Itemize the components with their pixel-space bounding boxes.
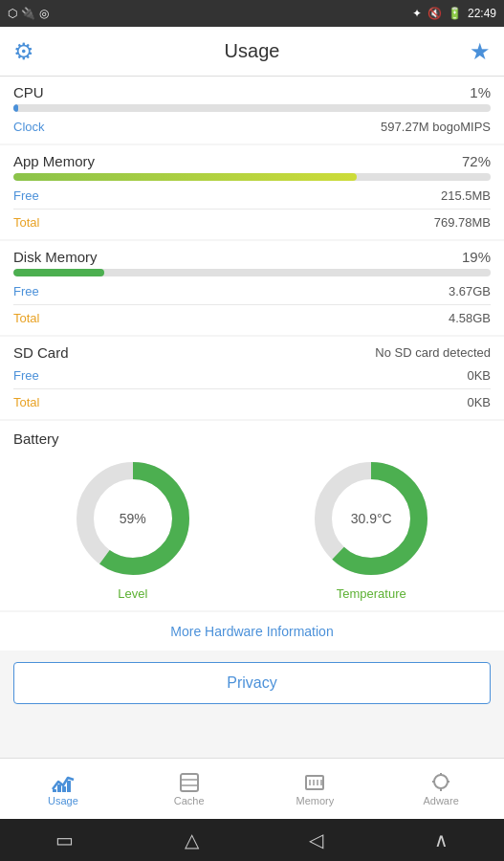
cpu-clock-value: 597.27M bogoMIPS (381, 120, 491, 134)
adware-icon (429, 772, 452, 793)
main-content: CPU 1% Clock 597.27M bogoMIPS App Memory… (0, 77, 504, 758)
disk-memory-section: Disk Memory 19% Free 3.67GB Total 4.58GB (0, 241, 504, 335)
sdcard-label: SD Card (13, 344, 69, 361)
app-memory-progress-fill (13, 173, 357, 181)
disk-memory-percent: 19% (462, 249, 491, 265)
cpu-clock-label: Clock (13, 120, 45, 134)
more-hardware-section: More Hardware Information (0, 612, 504, 651)
app-header: ⚙ Usage ★ (0, 27, 504, 77)
memory-icon (303, 772, 326, 793)
status-right-icons: ✦ 🔇 🔋 22:49 (412, 7, 496, 20)
battery-level-donut: 59% (71, 456, 195, 581)
divider (13, 388, 491, 389)
battery-temperature-value: 30.9°C (351, 511, 392, 526)
menu-button[interactable]: ∧ (434, 828, 449, 851)
cache-icon (178, 772, 201, 793)
disk-memory-total-row: Total 4.58GB (13, 309, 491, 327)
nav-label-memory: Memory (296, 795, 335, 806)
battery-level-chart: 59% Level (71, 456, 195, 601)
bluetooth-icon: ✦ (412, 7, 422, 20)
star-icon[interactable]: ★ (470, 38, 491, 65)
sdcard-total-value: 0KB (467, 395, 491, 409)
app-memory-percent: 72% (462, 153, 491, 169)
sdcard-free-row: Free 0KB (13, 366, 491, 385)
app-memory-progress-bg (13, 173, 491, 181)
disk-memory-progress-fill (13, 269, 104, 276)
disk-memory-free-value: 3.67GB (449, 284, 491, 298)
app-memory-free-value: 215.5MB (441, 188, 491, 203)
cpu-progress-fill (13, 104, 18, 112)
recent-apps-button[interactable]: ▭ (55, 828, 74, 851)
battery-level-value: 59% (120, 511, 146, 526)
system-nav-bar: ▭ △ ◁ ∧ (0, 819, 504, 861)
sdcard-status: No SD card detected (375, 345, 491, 360)
nav-label-cache: Cache (174, 795, 205, 806)
cpu-label: CPU (13, 84, 44, 100)
battery-charts: 59% Level 30.9°C Temperature (13, 456, 491, 601)
disk-memory-free-label: Free (13, 284, 39, 298)
sdcard-total-row: Total 0KB (13, 393, 491, 411)
time-display: 22:49 (468, 7, 496, 20)
status-bar: ⬡ 🔌 ◎ ✦ 🔇 🔋 22:49 (0, 0, 504, 27)
svg-rect-5 (57, 784, 61, 792)
sdcard-total-label: Total (13, 395, 39, 409)
app-memory-header: App Memory 72% (13, 153, 491, 169)
svg-rect-7 (67, 781, 71, 792)
app-memory-free-label: Free (13, 188, 39, 203)
back-button[interactable]: ◁ (309, 828, 323, 851)
location-icon: ◎ (39, 7, 49, 20)
cpu-percent: 1% (470, 84, 491, 100)
app-memory-total-label: Total (13, 215, 39, 230)
nav-item-usage[interactable]: Usage (0, 766, 126, 812)
battery-temperature-chart: 30.9°C Temperature (309, 456, 433, 601)
app-memory-total-row: Total 769.78MB (13, 213, 491, 232)
nav-item-adware[interactable]: Adware (378, 766, 504, 812)
disk-memory-header: Disk Memory 19% (13, 249, 491, 265)
app-memory-total-value: 769.78MB (434, 215, 491, 230)
svg-rect-4 (53, 789, 56, 792)
privacy-button[interactable]: Privacy (13, 662, 491, 704)
cpu-clock-row: Clock 597.27M bogoMIPS (13, 118, 491, 136)
sdcard-section: SD Card No SD card detected Free 0KB Tot… (0, 337, 504, 419)
divider (13, 304, 491, 305)
svg-rect-8 (181, 774, 198, 791)
cpu-header: CPU 1% (13, 84, 491, 100)
bottom-nav: Usage Cache Memory Adware (0, 758, 504, 819)
more-hardware-link[interactable]: More Hardware Information (170, 624, 333, 639)
app-memory-section: App Memory 72% Free 215.5MB Total 769.78… (0, 145, 504, 239)
divider (13, 209, 491, 210)
disk-memory-total-value: 4.58GB (449, 311, 491, 325)
disk-memory-free-row: Free 3.67GB (13, 282, 491, 300)
app-memory-free-row: Free 215.5MB (13, 187, 491, 205)
cpu-section: CPU 1% Clock 597.27M bogoMIPS (0, 77, 504, 144)
nav-label-usage: Usage (48, 795, 78, 806)
battery-title: Battery (13, 430, 491, 447)
status-left-icons: ⬡ 🔌 ◎ (8, 7, 49, 20)
nav-label-adware: Adware (423, 795, 458, 806)
disk-memory-progress-bg (13, 269, 491, 276)
disk-memory-total-label: Total (13, 311, 39, 325)
usage-icon (51, 772, 76, 793)
gear-icon[interactable]: ⚙ (13, 38, 34, 65)
header-title: Usage (225, 40, 280, 62)
nav-item-cache[interactable]: Cache (126, 766, 252, 812)
home-button[interactable]: △ (185, 828, 199, 851)
cpu-progress-bg (13, 104, 491, 112)
battery-level-label: Level (118, 586, 147, 601)
sdcard-free-label: Free (13, 368, 39, 383)
charging-icon: 🔌 (21, 7, 35, 20)
mute-icon: 🔇 (427, 7, 442, 20)
app-memory-label: App Memory (13, 153, 95, 169)
svg-rect-6 (62, 786, 66, 792)
sdcard-free-value: 0KB (467, 368, 491, 383)
sdcard-header: SD Card No SD card detected (13, 344, 491, 361)
svg-point-16 (434, 775, 448, 788)
battery-section: Battery 59% Level (0, 421, 504, 610)
disk-memory-label: Disk Memory (13, 249, 98, 265)
battery-icon: 🔋 (448, 7, 462, 20)
battery-temperature-label: Temperature (337, 586, 406, 601)
usb-icon: ⬡ (8, 7, 17, 20)
battery-temperature-donut: 30.9°C (309, 456, 433, 581)
privacy-section: Privacy (0, 652, 504, 714)
nav-item-memory[interactable]: Memory (252, 766, 379, 812)
